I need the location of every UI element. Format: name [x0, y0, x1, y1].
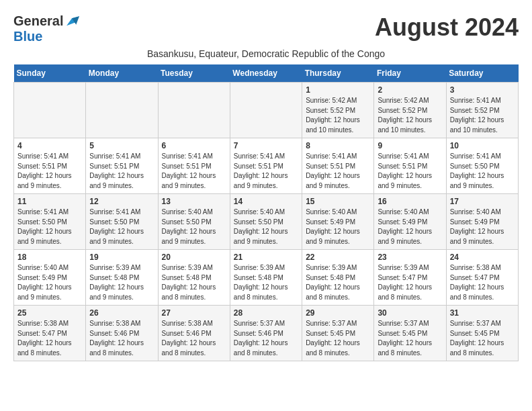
calendar-cell: 25Sunrise: 5:38 AM Sunset: 5:47 PM Dayli…: [14, 306, 86, 361]
day-number: 4: [17, 141, 82, 150]
calendar-cell: 27Sunrise: 5:38 AM Sunset: 5:46 PM Dayli…: [158, 306, 230, 361]
calendar-cell: 26Sunrise: 5:38 AM Sunset: 5:46 PM Dayli…: [86, 306, 158, 361]
calendar-cell: [158, 83, 230, 138]
day-number: 2: [378, 85, 442, 95]
day-number: 12: [89, 197, 154, 206]
calendar-header-row: SundayMondayTuesdayWednesdayThursdayFrid…: [14, 64, 519, 83]
day-number: 22: [306, 253, 370, 262]
day-info: Sunrise: 5:41 AM Sunset: 5:51 PM Dayligh…: [17, 152, 82, 191]
calendar-cell: 20Sunrise: 5:39 AM Sunset: 5:48 PM Dayli…: [158, 250, 230, 306]
day-number: 26: [89, 308, 154, 318]
weekday-header-sunday: Sunday: [14, 64, 86, 83]
calendar-cell: 17Sunrise: 5:40 AM Sunset: 5:49 PM Dayli…: [446, 194, 518, 250]
day-number: 11: [17, 197, 82, 206]
day-number: 9: [378, 141, 442, 150]
day-number: 6: [162, 141, 226, 150]
day-info: Sunrise: 5:40 AM Sunset: 5:49 PM Dayligh…: [17, 263, 82, 302]
calendar-cell: 14Sunrise: 5:40 AM Sunset: 5:50 PM Dayli…: [230, 194, 302, 250]
day-number: 13: [162, 197, 226, 206]
day-number: 19: [89, 253, 154, 262]
day-info: Sunrise: 5:42 AM Sunset: 5:52 PM Dayligh…: [378, 96, 442, 135]
calendar-cell: 2Sunrise: 5:42 AM Sunset: 5:52 PM Daylig…: [374, 83, 446, 138]
day-info: Sunrise: 5:38 AM Sunset: 5:46 PM Dayligh…: [89, 319, 154, 358]
day-number: 29: [306, 308, 370, 318]
calendar-week-row: 1Sunrise: 5:42 AM Sunset: 5:52 PM Daylig…: [14, 83, 519, 138]
day-info: Sunrise: 5:40 AM Sunset: 5:50 PM Dayligh…: [162, 208, 226, 246]
day-number: 21: [234, 253, 298, 262]
day-info: Sunrise: 5:38 AM Sunset: 5:46 PM Dayligh…: [162, 319, 226, 358]
day-info: Sunrise: 5:37 AM Sunset: 5:45 PM Dayligh…: [450, 319, 515, 358]
day-info: Sunrise: 5:39 AM Sunset: 5:48 PM Dayligh…: [89, 263, 154, 302]
day-info: Sunrise: 5:41 AM Sunset: 5:51 PM Dayligh…: [162, 152, 226, 191]
day-number: 10: [450, 141, 515, 150]
weekday-header-monday: Monday: [86, 64, 158, 83]
calendar-cell: 29Sunrise: 5:37 AM Sunset: 5:45 PM Dayli…: [302, 306, 374, 361]
title-section: August 2024: [375, 13, 519, 42]
calendar-cell: 24Sunrise: 5:38 AM Sunset: 5:47 PM Dayli…: [446, 250, 518, 306]
weekday-header-wednesday: Wednesday: [230, 64, 302, 83]
calendar-cell: [230, 83, 302, 138]
calendar-cell: 12Sunrise: 5:41 AM Sunset: 5:50 PM Dayli…: [86, 194, 158, 250]
page-header: General Blue August 2024: [13, 13, 519, 44]
calendar-cell: 9Sunrise: 5:41 AM Sunset: 5:51 PM Daylig…: [374, 138, 446, 194]
day-number: 5: [89, 141, 154, 150]
day-info: Sunrise: 5:38 AM Sunset: 5:47 PM Dayligh…: [450, 263, 515, 302]
calendar-cell: 4Sunrise: 5:41 AM Sunset: 5:51 PM Daylig…: [14, 138, 86, 194]
day-info: Sunrise: 5:37 AM Sunset: 5:45 PM Dayligh…: [378, 319, 442, 358]
logo-blue: Blue: [13, 29, 42, 44]
subtitle: Basankusu, Equateur, Democratic Republic…: [13, 48, 519, 59]
day-number: 31: [450, 308, 515, 318]
day-info: Sunrise: 5:39 AM Sunset: 5:48 PM Dayligh…: [306, 263, 370, 302]
day-number: 17: [450, 197, 515, 206]
day-number: 30: [378, 308, 442, 318]
day-info: Sunrise: 5:38 AM Sunset: 5:47 PM Dayligh…: [17, 319, 82, 358]
weekday-header-tuesday: Tuesday: [158, 64, 230, 83]
day-number: 16: [378, 197, 442, 206]
calendar-week-row: 18Sunrise: 5:40 AM Sunset: 5:49 PM Dayli…: [14, 250, 519, 306]
calendar-table: SundayMondayTuesdayWednesdayThursdayFrid…: [13, 64, 519, 361]
day-info: Sunrise: 5:41 AM Sunset: 5:51 PM Dayligh…: [378, 152, 442, 191]
day-info: Sunrise: 5:37 AM Sunset: 5:45 PM Dayligh…: [306, 319, 370, 358]
logo-bird-icon: [64, 15, 79, 28]
calendar-cell: 3Sunrise: 5:41 AM Sunset: 5:52 PM Daylig…: [446, 83, 518, 138]
day-info: Sunrise: 5:41 AM Sunset: 5:50 PM Dayligh…: [17, 208, 82, 246]
calendar-cell: 15Sunrise: 5:40 AM Sunset: 5:49 PM Dayli…: [302, 194, 374, 250]
day-info: Sunrise: 5:40 AM Sunset: 5:49 PM Dayligh…: [306, 208, 370, 246]
day-info: Sunrise: 5:40 AM Sunset: 5:49 PM Dayligh…: [450, 208, 515, 246]
calendar-cell: 19Sunrise: 5:39 AM Sunset: 5:48 PM Dayli…: [86, 250, 158, 306]
day-info: Sunrise: 5:41 AM Sunset: 5:51 PM Dayligh…: [89, 152, 154, 191]
weekday-header-thursday: Thursday: [302, 64, 374, 83]
main-title: August 2024: [375, 13, 519, 42]
day-number: 7: [234, 141, 298, 150]
day-number: 15: [306, 197, 370, 206]
day-info: Sunrise: 5:40 AM Sunset: 5:50 PM Dayligh…: [234, 208, 298, 246]
day-info: Sunrise: 5:39 AM Sunset: 5:47 PM Dayligh…: [378, 263, 442, 302]
calendar-cell: [86, 83, 158, 138]
day-info: Sunrise: 5:41 AM Sunset: 5:52 PM Dayligh…: [450, 96, 515, 135]
calendar-cell: 23Sunrise: 5:39 AM Sunset: 5:47 PM Dayli…: [374, 250, 446, 306]
calendar-cell: 18Sunrise: 5:40 AM Sunset: 5:49 PM Dayli…: [14, 250, 86, 306]
logo: General Blue: [13, 13, 79, 44]
day-number: 27: [162, 308, 226, 318]
day-info: Sunrise: 5:39 AM Sunset: 5:48 PM Dayligh…: [234, 263, 298, 302]
day-info: Sunrise: 5:41 AM Sunset: 5:50 PM Dayligh…: [450, 152, 515, 191]
calendar-cell: 22Sunrise: 5:39 AM Sunset: 5:48 PM Dayli…: [302, 250, 374, 306]
day-number: 20: [162, 253, 226, 262]
calendar-cell: 16Sunrise: 5:40 AM Sunset: 5:49 PM Dayli…: [374, 194, 446, 250]
day-number: 3: [450, 85, 515, 95]
day-info: Sunrise: 5:42 AM Sunset: 5:52 PM Dayligh…: [306, 96, 370, 135]
calendar-cell: 8Sunrise: 5:41 AM Sunset: 5:51 PM Daylig…: [302, 138, 374, 194]
day-number: 25: [17, 308, 82, 318]
weekday-header-friday: Friday: [374, 64, 446, 83]
calendar-week-row: 25Sunrise: 5:38 AM Sunset: 5:47 PM Dayli…: [14, 306, 519, 361]
calendar-cell: 10Sunrise: 5:41 AM Sunset: 5:50 PM Dayli…: [446, 138, 518, 194]
day-number: 1: [306, 85, 370, 95]
calendar-cell: 21Sunrise: 5:39 AM Sunset: 5:48 PM Dayli…: [230, 250, 302, 306]
day-info: Sunrise: 5:41 AM Sunset: 5:50 PM Dayligh…: [89, 208, 154, 246]
calendar-cell: 30Sunrise: 5:37 AM Sunset: 5:45 PM Dayli…: [374, 306, 446, 361]
logo-general: General: [13, 13, 63, 29]
day-info: Sunrise: 5:37 AM Sunset: 5:46 PM Dayligh…: [234, 319, 298, 358]
day-number: 14: [234, 197, 298, 206]
calendar-cell: [14, 83, 86, 138]
day-info: Sunrise: 5:41 AM Sunset: 5:51 PM Dayligh…: [306, 152, 370, 191]
